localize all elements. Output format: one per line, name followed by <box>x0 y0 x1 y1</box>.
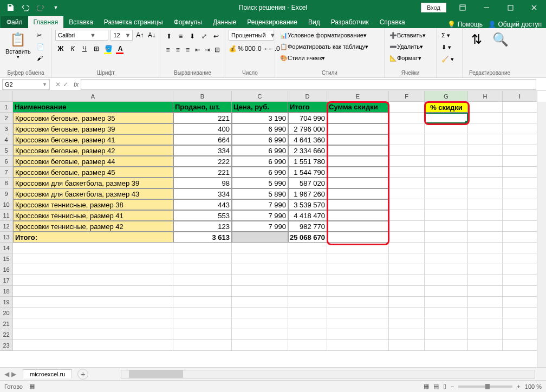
conditional-formatting-button[interactable]: 📊 Условное форматирование ▾ <box>278 30 381 41</box>
cell[interactable] <box>173 264 232 275</box>
tab-developer[interactable]: Разработчик <box>326 16 374 28</box>
cell[interactable] <box>173 297 232 308</box>
fill-icon[interactable]: ⬇ ▾ <box>440 42 459 53</box>
underline-button[interactable]: Ч <box>79 43 90 54</box>
cell[interactable] <box>288 243 327 253</box>
number-format-combo[interactable]: Процентный▼ <box>229 30 274 41</box>
cell[interactable] <box>13 275 173 286</box>
cell[interactable] <box>468 102 503 113</box>
zoom-slider[interactable] <box>458 386 512 388</box>
column-header[interactable]: I <box>503 91 537 102</box>
cell[interactable] <box>468 113 503 123</box>
table-header-cell[interactable]: Сумма скидки <box>327 102 389 113</box>
cell[interactable] <box>13 308 173 318</box>
cell[interactable] <box>389 275 425 286</box>
column-header[interactable]: A <box>13 91 173 102</box>
row-header[interactable]: 17 <box>0 275 13 286</box>
cut-icon[interactable]: ✂ <box>35 30 46 41</box>
table-cell[interactable]: 2 334 660 <box>288 145 327 156</box>
table-cell[interactable]: 221 <box>173 167 232 178</box>
insert-cells-button[interactable]: ➕ Вставить ▾ <box>388 30 433 41</box>
column-header[interactable]: B <box>173 91 232 102</box>
cell[interactable] <box>232 253 288 264</box>
percent-icon[interactable]: % <box>238 43 244 54</box>
cell[interactable] <box>389 113 425 123</box>
cell[interactable] <box>425 134 468 145</box>
cell[interactable] <box>425 232 468 243</box>
table-cell[interactable]: Кроссовки теннисные, размер 42 <box>13 221 173 232</box>
table-cell[interactable]: 553 <box>173 210 232 221</box>
table-cell[interactable]: Кроссовки беговые, размер 41 <box>13 134 173 145</box>
table-cell[interactable] <box>327 199 389 210</box>
cell[interactable] <box>503 264 537 275</box>
view-page-layout-icon[interactable]: ▤ <box>433 383 439 390</box>
cell[interactable] <box>468 210 503 221</box>
cell[interactable] <box>389 243 425 253</box>
decrease-font-icon[interactable]: A↓ <box>147 30 157 41</box>
table-cell[interactable]: 982 770 <box>288 221 327 232</box>
view-page-break-icon[interactable]: ▯ <box>443 383 446 390</box>
row-header[interactable]: 6 <box>0 156 13 167</box>
decrease-indent-icon[interactable]: ⇤ <box>193 44 202 55</box>
row-header[interactable]: 10 <box>0 199 13 210</box>
tab-data[interactable]: Данные <box>207 16 242 28</box>
copy-icon[interactable]: 📄 <box>35 41 46 52</box>
table-cell[interactable]: Кроссовки беговые, размер 35 <box>13 113 173 123</box>
cell[interactable] <box>503 178 537 188</box>
add-sheet-button[interactable]: + <box>77 369 88 380</box>
font-name-combo[interactable]: ▼ <box>55 30 108 41</box>
cell[interactable] <box>173 253 232 264</box>
align-top-icon[interactable]: ⬆ <box>164 31 174 42</box>
column-header[interactable]: F <box>389 91 425 102</box>
table-cell[interactable]: 664 <box>173 134 232 145</box>
tell-me[interactable]: 💡 Помощь <box>447 21 483 28</box>
zoom-level[interactable]: 100 % <box>525 383 542 390</box>
cell[interactable] <box>288 253 327 264</box>
table-cell[interactable]: 222 <box>173 156 232 167</box>
cell[interactable] <box>232 308 288 318</box>
table-cell[interactable]: 3 190 <box>232 113 288 123</box>
macro-recorder-icon[interactable]: ▦ <box>29 383 35 390</box>
table-cell[interactable]: 1 551 780 <box>288 156 327 167</box>
cell[interactable] <box>468 253 503 264</box>
row-header[interactable]: 15 <box>0 253 13 264</box>
row-header[interactable]: 8 <box>0 178 13 188</box>
cell[interactable] <box>468 297 503 308</box>
table-cell[interactable]: Кроссовки для баскетбола, размер 43 <box>13 188 173 199</box>
table-cell[interactable]: 2 796 000 <box>288 123 327 134</box>
sheet-tab[interactable]: microexcel.ru <box>23 369 72 378</box>
vertical-scrollbar[interactable] <box>537 102 546 367</box>
name-box[interactable]: G2▼ <box>2 79 50 90</box>
table-cell[interactable]: Кроссовки теннисные, размер 41 <box>13 210 173 221</box>
table-cell[interactable] <box>327 210 389 221</box>
cell[interactable] <box>327 297 389 308</box>
table-cell[interactable] <box>327 156 389 167</box>
cell[interactable] <box>503 297 537 308</box>
cell[interactable] <box>288 297 327 308</box>
cell[interactable] <box>232 243 288 253</box>
table-cell[interactable]: 400 <box>173 123 232 134</box>
table-cell[interactable]: Кроссовки беговые, размер 44 <box>13 156 173 167</box>
cell[interactable] <box>389 318 425 329</box>
maximize-icon[interactable] <box>498 0 522 15</box>
cell[interactable] <box>288 329 327 340</box>
row-header[interactable]: 19 <box>0 297 13 308</box>
cell[interactable] <box>468 145 503 156</box>
cell[interactable] <box>389 123 425 134</box>
table-header-cell[interactable]: Продано, шт. <box>173 102 232 113</box>
cell[interactable] <box>425 286 468 297</box>
table-cell[interactable]: 5 890 <box>232 188 288 199</box>
cell[interactable] <box>173 340 232 351</box>
cell[interactable] <box>503 308 537 318</box>
cell[interactable] <box>468 167 503 178</box>
close-icon[interactable] <box>522 0 546 15</box>
row-header[interactable]: 14 <box>0 243 13 253</box>
zoom-in-icon[interactable]: + <box>517 383 520 390</box>
cell[interactable] <box>389 308 425 318</box>
cell[interactable] <box>288 308 327 318</box>
cell[interactable] <box>13 253 173 264</box>
table-cell[interactable]: 7 990 <box>232 199 288 210</box>
table-cell[interactable] <box>327 123 389 134</box>
horizontal-scrollbar[interactable] <box>121 370 535 378</box>
select-all-corner[interactable] <box>0 91 13 102</box>
